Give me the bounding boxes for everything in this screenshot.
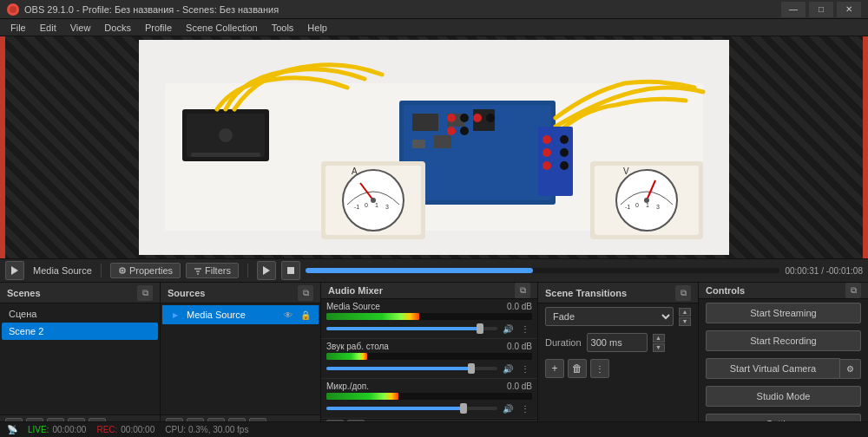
svg-rect-6 [191, 153, 260, 157]
svg-text:-1: -1 [354, 204, 359, 210]
svg-point-45 [542, 161, 551, 170]
source-eye-icon[interactable]: 👁 [282, 309, 294, 321]
audio-fader-2[interactable] [326, 367, 497, 370]
menu-item-edit[interactable]: Edit [33, 21, 63, 35]
preview-image: A -1 0 1 3 V -1 0 1 [139, 40, 729, 255]
audio-track-3-name: Микр./доп. [326, 382, 369, 391]
duration-up-btn[interactable]: ▲ [653, 334, 665, 342]
scene-list: Сцена Scene 2 [0, 303, 160, 414]
controls-panel-expand-btn[interactable]: ⧉ [845, 283, 861, 298]
transport-source-name: Media Source [33, 265, 92, 276]
filter-icon [194, 266, 202, 275]
svg-point-18 [447, 127, 456, 135]
transition-more-btn[interactable]: ⋮ [590, 359, 609, 378]
app-icon [7, 3, 19, 16]
live-time: 00:00:00 [52, 425, 86, 434]
svg-point-46 [560, 161, 569, 170]
minimize-button[interactable]: — [781, 2, 806, 17]
scene-play-btn[interactable] [5, 261, 24, 280]
rec-time: 00:00:00 [121, 425, 155, 434]
audio-meter-1 [326, 313, 532, 320]
progress-bar[interactable] [306, 268, 780, 273]
live-label: LIVE: [28, 425, 49, 434]
svg-text:1: 1 [646, 202, 649, 208]
scene-item-1[interactable]: Сцена [2, 305, 158, 323]
menu-item-scene-collection[interactable]: Scene Collection [179, 21, 265, 35]
audio-track-1: Media Source 0.0 dB 🔊 ⋮ [321, 299, 537, 339]
properties-label: Properties [129, 265, 173, 276]
title-bar: OBS 29.1.0 - Profile: Без названия - Sce… [0, 0, 868, 19]
source-lock-icon[interactable]: 🔒 [299, 309, 312, 321]
svg-text:0: 0 [635, 202, 639, 208]
svg-text:A: A [352, 166, 358, 176]
scene-item-2[interactable]: Scene 2 [2, 323, 158, 340]
svg-text:1: 1 [375, 202, 378, 208]
audio-mute-3-btn[interactable]: 🔊 [501, 401, 515, 415]
svg-text:-1: -1 [625, 204, 630, 210]
audio-panel-expand-btn[interactable]: ⧉ [515, 283, 530, 298]
svg-rect-9 [412, 114, 438, 131]
preview-area: A -1 0 1 3 V -1 0 1 [0, 36, 868, 258]
svg-point-43 [542, 148, 551, 157]
svg-point-17 [486, 114, 495, 122]
filters-btn[interactable]: Filters [186, 263, 239, 278]
transition-add-btn[interactable]: + [545, 359, 564, 378]
audio-track-1-db: 0.0 dB [507, 302, 532, 311]
start-streaming-button[interactable]: Start Streaming [706, 303, 861, 323]
svg-point-15 [460, 114, 469, 122]
audio-track-1-name: Media Source [326, 302, 380, 311]
svg-point-48 [121, 270, 123, 272]
duration-label: Duration [545, 337, 582, 348]
audio-mute-2-btn[interactable]: 🔊 [501, 362, 515, 375]
audio-track-2-name: Звук раб. стола [326, 342, 389, 351]
start-virtual-camera-button[interactable]: Start Virtual Camera [706, 358, 840, 379]
duration-input[interactable] [587, 333, 648, 352]
rec-label: REC: [96, 425, 117, 434]
menu-item-help[interactable]: Help [300, 21, 334, 35]
transition-del-btn[interactable]: 🗑 [568, 359, 587, 378]
scenes-panel: Scenes ⧉ Сцена Scene 2 + − ⊞ ∧ ∨ [0, 283, 161, 437]
menu-bar: File Edit View Docks Profile Scene Colle… [0, 19, 868, 36]
menu-item-profile[interactable]: Profile [138, 21, 179, 35]
transitions-panel-title: Scene Transitions [545, 288, 627, 298]
window-title: OBS 29.1.0 - Profile: Без названия - Sce… [24, 4, 279, 15]
menu-item-view[interactable]: View [63, 21, 98, 35]
scenes-panel-expand-btn[interactable]: ⧉ [137, 285, 153, 301]
audio-fader-3[interactable] [326, 407, 497, 410]
svg-point-0 [10, 6, 16, 13]
svg-text:3: 3 [656, 204, 660, 210]
transition-down-btn[interactable]: ▼ [679, 317, 691, 326]
svg-text:3: 3 [385, 204, 389, 210]
svg-point-42 [560, 135, 569, 144]
virtual-camera-settings-btn[interactable]: ⚙ [840, 359, 861, 379]
start-recording-button[interactable]: Start Recording [706, 330, 861, 351]
transitions-panel-expand-btn[interactable]: ⧉ [675, 285, 691, 301]
filters-label: Filters [205, 265, 231, 276]
menu-item-file[interactable]: File [3, 21, 33, 35]
duration-down-btn[interactable]: ▼ [653, 343, 665, 352]
audio-track-3-db: 0.0 dB [507, 382, 532, 391]
source-list: ▶ Media Source 👁 🔒 [161, 303, 320, 414]
menu-item-docks[interactable]: Docks [97, 21, 138, 35]
transition-select[interactable]: Fade Cut Swipe Slide Stinger Fade to Col… [545, 307, 674, 326]
play-button[interactable] [257, 261, 276, 280]
menu-item-tools[interactable]: Tools [265, 21, 301, 35]
properties-btn[interactable]: Properties [110, 263, 181, 278]
audio-more-2-btn[interactable]: ⋮ [518, 362, 532, 375]
maximize-button[interactable]: □ [809, 2, 833, 17]
stop-button[interactable] [281, 261, 300, 280]
audio-fader-1[interactable] [326, 327, 497, 330]
close-button[interactable]: ✕ [837, 2, 861, 17]
audio-more-3-btn[interactable]: ⋮ [518, 401, 532, 415]
transition-up-btn[interactable]: ▲ [679, 308, 691, 316]
controls-panel-title: Controls [706, 285, 745, 296]
sources-panel-expand-btn[interactable]: ⧉ [298, 285, 313, 301]
svg-point-16 [473, 114, 482, 122]
sources-panel: Sources ⧉ ▶ Media Source 👁 🔒 + − ⚙ ∧ ∨ [161, 283, 321, 437]
source-item-1[interactable]: ▶ Media Source 👁 🔒 [162, 305, 319, 324]
audio-mute-1-btn[interactable]: 🔊 [501, 322, 515, 336]
audio-more-1-btn[interactable]: ⋮ [518, 322, 532, 336]
svg-point-41 [542, 135, 551, 144]
network-icon: 📡 [7, 425, 17, 434]
studio-mode-button[interactable]: Studio Mode [706, 386, 861, 407]
